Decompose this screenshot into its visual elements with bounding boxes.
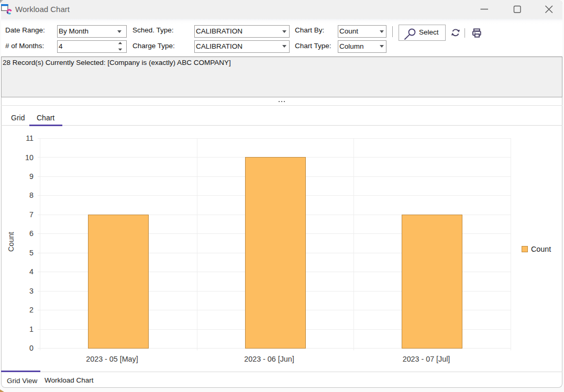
- svg-text:1: 1: [29, 325, 34, 333]
- svg-text:0: 0: [29, 344, 34, 352]
- svg-text:7: 7: [29, 210, 34, 219]
- svg-text:2023 - 07 [Jul]: 2023 - 07 [Jul]: [403, 355, 450, 363]
- svg-text:Count: Count: [531, 245, 551, 253]
- svg-text:5: 5: [29, 249, 34, 257]
- svg-text:3: 3: [29, 287, 34, 295]
- svg-text:4: 4: [29, 267, 34, 276]
- svg-text:2023 - 06 [Jun]: 2023 - 06 [Jun]: [244, 355, 294, 363]
- svg-text:2023 - 05 [May]: 2023 - 05 [May]: [86, 355, 138, 363]
- svg-text:2: 2: [29, 306, 34, 314]
- svg-text:6: 6: [29, 229, 34, 238]
- svg-text:10: 10: [25, 153, 34, 162]
- svg-text:9: 9: [29, 172, 34, 181]
- svg-text:8: 8: [29, 191, 34, 199]
- svg-text:11: 11: [26, 134, 34, 142]
- svg-text:Count: Count: [7, 232, 15, 252]
